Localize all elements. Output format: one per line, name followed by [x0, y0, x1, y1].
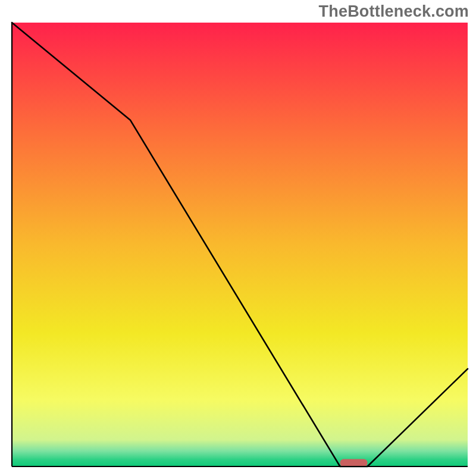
chart-svg [11, 21, 469, 468]
chart-background-gradient [12, 23, 468, 466]
chart-plot-area [11, 21, 469, 468]
watermark-text: TheBottleneck.com [319, 2, 469, 21]
optimum-marker [340, 459, 368, 467]
